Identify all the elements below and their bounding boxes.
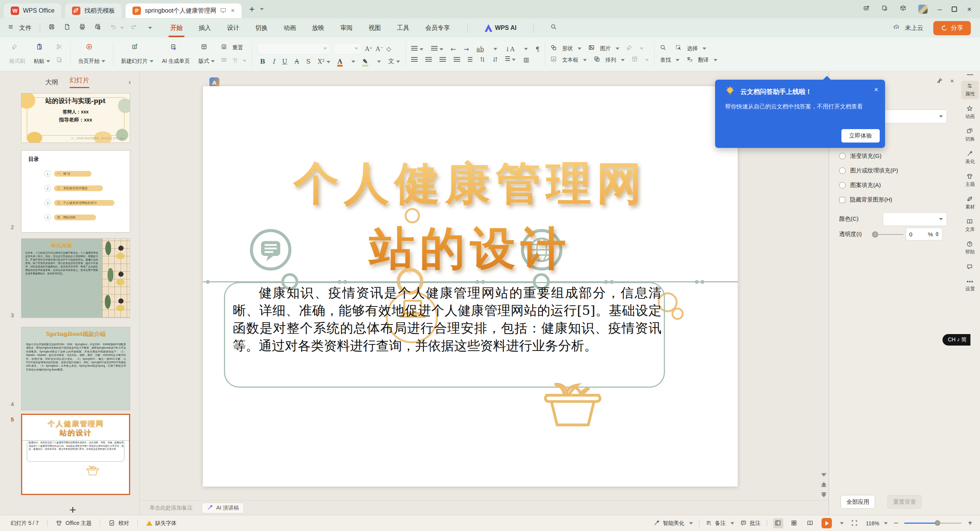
zoom-in-button[interactable]: + — [968, 519, 972, 528]
strikethrough-button[interactable]: A — [294, 58, 299, 65]
fit-slide-button[interactable] — [850, 518, 860, 528]
pin-panel-icon[interactable] — [936, 77, 943, 84]
cloud-sync-status[interactable]: 未上云 — [893, 24, 923, 32]
scroll-down-icon[interactable] — [821, 473, 826, 477]
menu-tab-review[interactable]: 审阅 — [340, 22, 353, 34]
align-left-button[interactable] — [411, 57, 418, 62]
shapes-button[interactable]: 形状 — [550, 44, 581, 53]
slide-body-text[interactable]: 健康知识、疫情资讯是个人健康管理网站的重要组成部分，信息清晰、详细、准确，能够有… — [233, 284, 662, 354]
numbering-button[interactable] — [431, 46, 443, 52]
redo-icon[interactable] — [131, 24, 139, 32]
reset-background-button[interactable]: 重置背景 — [887, 495, 922, 509]
fill-button[interactable] — [626, 44, 644, 53]
ai-assistant-icon[interactable] — [863, 5, 872, 13]
print-icon[interactable] — [79, 24, 88, 32]
zoom-slider[interactable] — [904, 523, 962, 524]
menu-tab-wps-ai[interactable]: WPS AI — [485, 24, 516, 32]
reset-button[interactable]: 重置 — [221, 44, 243, 52]
ime-indicator[interactable]: CH ♪ 简 — [942, 334, 970, 346]
rail-item-animation[interactable]: 动画 — [961, 103, 979, 122]
rail-item-settings[interactable]: ••• 设置 — [961, 277, 979, 294]
close-panel-icon[interactable]: × — [950, 77, 954, 85]
highlight-color-button[interactable]: ✎ — [363, 58, 368, 65]
tab-close-icon[interactable]: × — [231, 7, 235, 15]
italic-button[interactable]: I — [273, 58, 275, 65]
fill-option-pattern[interactable]: 图案填充(A) — [839, 182, 881, 189]
menu-tab-home[interactable]: 开始 — [170, 22, 183, 34]
rail-item-feedback[interactable] — [961, 262, 979, 272]
paragraph-spacing-button[interactable]: ⇵ — [493, 56, 498, 63]
textbox-button[interactable]: 文本框 — [550, 56, 587, 64]
bold-button[interactable]: B — [260, 58, 265, 65]
tab-wps-home[interactable]: W WPS Office — [4, 3, 61, 18]
character-spacing-button[interactable]: ab — [476, 46, 484, 53]
zoom-level-button[interactable]: 116% — [866, 520, 888, 526]
popup-cta-button[interactable]: 立即体验 — [841, 129, 880, 143]
bullets-button[interactable] — [411, 46, 423, 52]
tab-list-chevron-icon[interactable] — [260, 8, 264, 10]
layout-button[interactable]: 版式 — [196, 44, 217, 65]
menu-tab-animation[interactable]: 动画 — [283, 22, 297, 34]
minimize-button[interactable]: – — [938, 5, 942, 14]
menu-tab-transition[interactable]: 切换 — [255, 22, 268, 34]
increase-indent-icon[interactable]: ⇥ — [464, 46, 469, 53]
align-right-button[interactable] — [439, 57, 446, 62]
slide-title[interactable]: 个人健康管理网站的设计 — [203, 151, 738, 281]
rail-item-help[interactable]: 帮助 — [961, 239, 979, 257]
rail-item-properties[interactable]: 属性 — [961, 81, 979, 99]
rail-item-beautify[interactable]: 美化 — [961, 149, 979, 167]
play-options-chevron-icon[interactable] — [840, 522, 844, 524]
menu-tab-design[interactable]: 设计 — [226, 22, 240, 34]
user-avatar[interactable] — [918, 5, 928, 14]
phonetic-guide-button[interactable]: 文 — [388, 57, 400, 66]
undo-button[interactable] — [110, 24, 124, 32]
slide-thumbnail-2[interactable]: 目录 1 一、绪 论 2 二、系统相关技术概述 3 三、个人健康管理网站的设计 … — [21, 150, 130, 233]
reading-view-button[interactable] — [805, 518, 815, 528]
previous-slide-button[interactable] — [821, 482, 826, 487]
zoom-slider-handle[interactable] — [935, 520, 940, 526]
play-slideshow-button[interactable] — [822, 518, 832, 528]
new-slide-button[interactable]: 新建幻灯片 — [119, 44, 156, 65]
tab-outline[interactable]: 大纲 — [45, 78, 58, 87]
decrease-indent-icon[interactable]: ⇤ — [451, 46, 456, 53]
slide-thumbnail-5-selected[interactable]: 个人健康管理网站的设计 健康知识、疫情资讯是个人健康管理网站的重要组成部分，信息… — [21, 414, 130, 495]
menu-tab-tools[interactable]: 工具 — [396, 22, 410, 34]
font-color-button[interactable]: A — [338, 58, 342, 65]
add-slide-button[interactable]: + — [61, 503, 84, 516]
smart-beautify-button[interactable]: 智能美化 — [653, 520, 693, 527]
format-painter-button[interactable]: 格式刷 — [7, 44, 28, 65]
collapse-rail-icon[interactable] — [967, 74, 973, 75]
rail-item-library[interactable]: 文库 — [961, 216, 979, 235]
line-spacing-button[interactable]: ⇅ — [480, 56, 485, 63]
collapse-panel-button[interactable]: ‹ — [129, 78, 131, 86]
share-button[interactable]: 分享 — [933, 21, 971, 35]
new-tab-button[interactable]: + — [249, 4, 255, 15]
select-button[interactable]: 选择 — [675, 44, 706, 53]
paste-button[interactable]: 粘贴 — [31, 44, 52, 65]
file-menu[interactable]: 文件 — [8, 24, 31, 32]
font-size-select[interactable] — [333, 43, 362, 54]
picture-button[interactable]: 图片 — [588, 44, 619, 53]
align-center-button[interactable] — [425, 57, 432, 62]
search-icon[interactable] — [550, 24, 559, 32]
color-select[interactable] — [883, 212, 947, 226]
workspaces-icon[interactable] — [882, 5, 890, 13]
copy-icon[interactable] — [56, 57, 65, 65]
ai-speech-button[interactable]: AI 演讲稿 — [202, 503, 244, 513]
slide-thumbnail-1[interactable]: 站的设计与实现-ppt 答辩人：xxx 指导老师：xxx （注：文本框可修改背景… — [21, 93, 130, 143]
apply-all-button[interactable]: 全部应用 — [841, 495, 875, 509]
clear-format-icon[interactable]: ◇ — [386, 45, 391, 52]
section-button[interactable]: 节 — [221, 57, 247, 65]
tab-current-document[interactable]: P springboot个人健康管理网 × — [126, 3, 242, 18]
slide-thumbnail-4[interactable]: SpringBoot框架介绍 现如今后台开源框架主流的有SSH、SSM、Spri… — [21, 327, 130, 410]
theme-button[interactable]: Office 主题 — [56, 520, 91, 527]
quick-toolbar-chevron-icon[interactable] — [148, 27, 152, 29]
popup-close-icon[interactable]: × — [874, 86, 878, 94]
decrease-font-icon[interactable]: A⁻ — [376, 45, 383, 52]
slide-canvas[interactable]: 个人健康管理网站的设计 健康知识、疫情资讯是个人健康管理网站的重要组成部分，信息… — [203, 86, 738, 487]
arrange-button[interactable]: 排列 — [594, 56, 625, 64]
tab-docer-templates[interactable]: 找稻壳模板 — [65, 3, 122, 18]
rail-item-assets[interactable]: 素材 — [961, 194, 979, 212]
transparency-input[interactable]: 0 % — [906, 228, 942, 241]
menu-tab-member[interactable]: 会员专享 — [425, 22, 451, 34]
